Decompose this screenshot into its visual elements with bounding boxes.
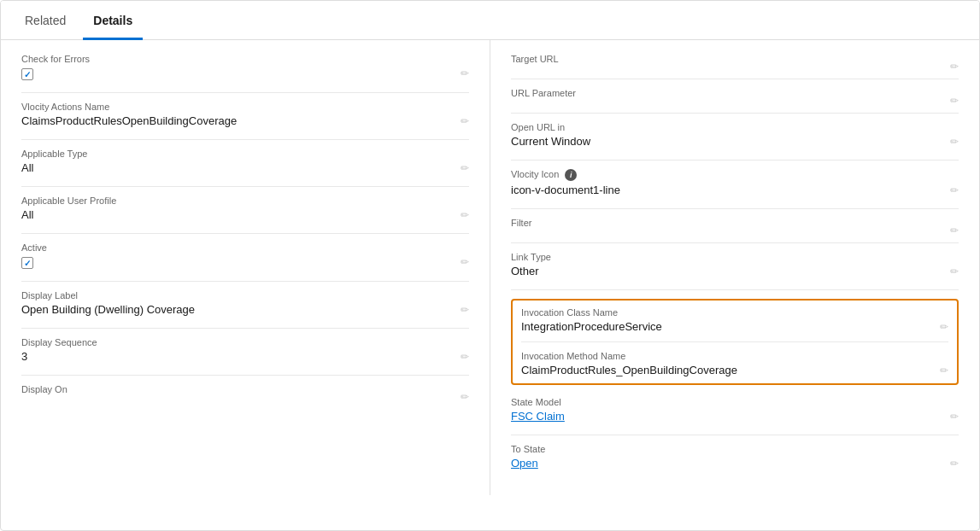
- value-display-label: Open Building (Dwelling) Coverage: [21, 303, 469, 316]
- info-icon: i: [565, 169, 577, 181]
- label-filter: Filter: [511, 218, 959, 228]
- edit-state-model-icon[interactable]: ✏: [950, 411, 959, 423]
- edit-vlocity-icon-icon[interactable]: ✏: [950, 184, 959, 196]
- field-applicable-user-profile: Applicable User Profile All ✏: [21, 195, 469, 221]
- field-state-model: State Model FSC Claim ✏: [511, 397, 959, 423]
- edit-applicable-user-profile-icon[interactable]: ✏: [461, 209, 469, 221]
- value-invocation-method-name: ClaimProductRules_OpenBuildingCoverage: [521, 364, 948, 376]
- field-open-url-in: Open URL in Current Window ✏: [511, 122, 959, 148]
- value-vlocity-actions-name: ClaimsProductRulesOpenBuildingCoverage: [21, 114, 469, 127]
- right-column: Target URL ✏ URL Parameter ✏: [490, 40, 979, 495]
- field-target-url: Target URL ✏: [511, 54, 959, 67]
- label-vlocity-actions-name: Vlocity Actions Name: [21, 102, 469, 112]
- value-invocation-class-name: IntegrationProcedureService: [521, 320, 948, 333]
- label-display-label: Display Label: [21, 290, 469, 301]
- field-display-sequence: Display Sequence 3 ✏: [21, 337, 469, 363]
- value-to-state[interactable]: Open: [511, 457, 959, 470]
- field-vlocity-icon: Vlocity Icon i icon-v-document1-line ✏: [511, 169, 959, 196]
- edit-display-sequence-icon[interactable]: ✏: [461, 351, 469, 363]
- value-link-type: Other: [511, 265, 959, 277]
- tab-bar: Related Details: [1, 1, 979, 40]
- checkbox-active[interactable]: [21, 257, 33, 269]
- edit-applicable-type-icon[interactable]: ✏: [461, 162, 469, 174]
- edit-display-on-icon[interactable]: ✏: [461, 391, 469, 403]
- value-applicable-type: All: [21, 161, 469, 174]
- field-link-type: Link Type Other ✏: [511, 252, 959, 277]
- label-open-url-in: Open URL in: [511, 122, 959, 132]
- edit-check-for-errors-icon[interactable]: ✏: [461, 67, 469, 79]
- tab-details[interactable]: Details: [83, 2, 143, 40]
- value-applicable-user-profile: All: [21, 208, 469, 221]
- field-url-parameter: URL Parameter ✏: [511, 88, 959, 101]
- edit-vlocity-actions-name-icon[interactable]: ✏: [461, 115, 469, 127]
- label-applicable-type: Applicable Type: [21, 149, 469, 159]
- label-invocation-method-name: Invocation Method Name: [521, 351, 948, 361]
- content-area: Check for Errors ✏ Vlocity Actions Name: [1, 40, 979, 495]
- field-active: Active ✏: [21, 242, 469, 269]
- invocation-highlight-box: Invocation Class Name IntegrationProcedu…: [511, 299, 959, 385]
- label-applicable-user-profile: Applicable User Profile: [21, 195, 469, 206]
- label-active: Active: [21, 242, 469, 253]
- value-display-sequence: 3: [21, 350, 469, 363]
- edit-link-type-icon[interactable]: ✏: [950, 266, 959, 277]
- label-display-on: Display On: [21, 384, 469, 394]
- label-display-sequence: Display Sequence: [21, 337, 469, 347]
- field-display-on: Display On ✏: [21, 384, 469, 397]
- value-open-url-in: Current Window: [511, 135, 959, 148]
- left-column: Check for Errors ✏ Vlocity Actions Name: [1, 40, 490, 495]
- edit-active-icon[interactable]: ✏: [461, 256, 469, 268]
- field-invocation-class-name: Invocation Class Name IntegrationProcedu…: [521, 307, 948, 333]
- checkbox-check-for-errors[interactable]: [21, 68, 33, 80]
- value-vlocity-icon: icon-v-document1-line: [511, 184, 959, 196]
- field-to-state: To State Open ✏: [511, 444, 959, 470]
- label-url-parameter: URL Parameter: [511, 88, 959, 98]
- field-check-for-errors: Check for Errors ✏: [21, 54, 469, 80]
- label-target-url: Target URL: [511, 54, 959, 64]
- tab-related[interactable]: Related: [15, 2, 76, 40]
- edit-url-parameter-icon[interactable]: ✏: [950, 95, 959, 107]
- edit-display-label-icon[interactable]: ✏: [461, 304, 469, 316]
- edit-target-url-icon[interactable]: ✏: [950, 61, 959, 73]
- label-check-for-errors: Check for Errors: [21, 54, 469, 64]
- edit-invocation-class-name-icon[interactable]: ✏: [940, 321, 948, 333]
- label-link-type: Link Type: [511, 252, 959, 262]
- edit-filter-icon[interactable]: ✏: [950, 225, 959, 236]
- field-filter: Filter ✏: [511, 218, 959, 230]
- edit-to-state-icon[interactable]: ✏: [950, 458, 959, 470]
- field-invocation-method-name: Invocation Method Name ClaimProductRules…: [521, 351, 948, 376]
- value-state-model[interactable]: FSC Claim: [511, 410, 959, 423]
- field-display-label: Display Label Open Building (Dwelling) C…: [21, 290, 469, 316]
- edit-invocation-method-name-icon[interactable]: ✏: [940, 365, 948, 376]
- field-applicable-type: Applicable Type All ✏: [21, 149, 469, 174]
- edit-open-url-in-icon[interactable]: ✏: [950, 136, 959, 148]
- label-invocation-class-name: Invocation Class Name: [521, 307, 948, 318]
- label-state-model: State Model: [511, 397, 959, 407]
- label-to-state: To State: [511, 444, 959, 454]
- main-container: Related Details Check for Errors ✏: [0, 0, 980, 531]
- label-vlocity-icon: Vlocity Icon i: [511, 169, 959, 181]
- field-vlocity-actions-name: Vlocity Actions Name ClaimsProductRulesO…: [21, 102, 469, 127]
